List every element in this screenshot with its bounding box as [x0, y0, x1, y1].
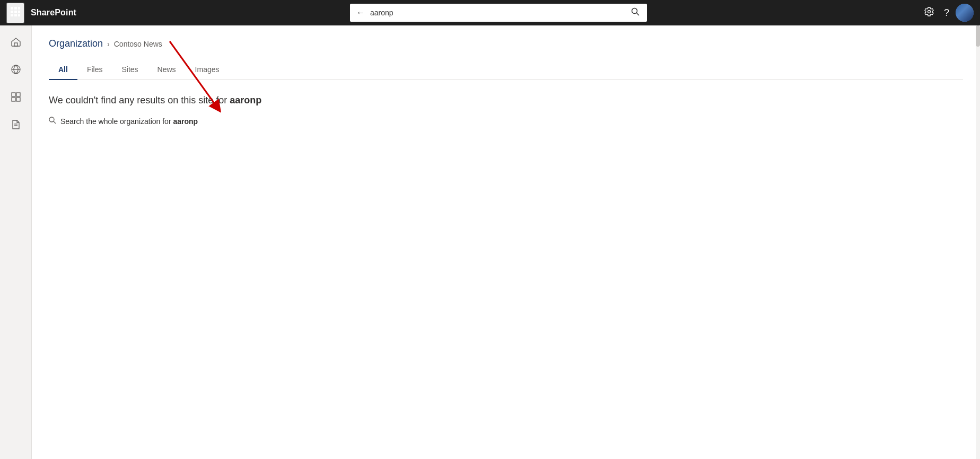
settings-button[interactable]	[921, 3, 938, 23]
svg-rect-17	[16, 98, 20, 101]
no-results-query: aaronp	[230, 95, 261, 105]
svg-rect-6	[11, 14, 13, 16]
help-button[interactable]: ?	[941, 4, 952, 22]
search-back-button[interactable]: ←	[354, 7, 367, 19]
svg-point-9	[632, 8, 637, 14]
svg-rect-8	[18, 14, 20, 16]
search-org-query: aaronp	[173, 117, 198, 126]
scrollbar-thumb[interactable]	[976, 25, 980, 47]
sidebar-item-pages[interactable]	[3, 112, 29, 138]
scrollbar-track	[976, 25, 980, 459]
svg-line-10	[637, 13, 640, 16]
tab-files[interactable]: Files	[77, 60, 112, 80]
search-box-container: ←	[83, 4, 914, 22]
svg-rect-14	[12, 93, 15, 96]
avatar-image	[956, 4, 974, 22]
svg-rect-0	[11, 7, 13, 10]
search-org-icon	[49, 117, 56, 126]
search-org-link[interactable]: Search the whole organization for aaronp	[49, 117, 963, 126]
home-icon	[11, 37, 21, 49]
waffle-menu-button[interactable]	[6, 3, 24, 23]
tab-images[interactable]: Images	[186, 60, 229, 80]
search-box: ←	[350, 4, 647, 22]
svg-rect-11	[14, 43, 18, 46]
sidebar	[0, 25, 32, 459]
svg-rect-2	[18, 7, 20, 10]
no-results-message: We couldn't find any results on this sit…	[49, 95, 963, 106]
search-submit-button[interactable]	[628, 5, 643, 20]
svg-rect-7	[14, 14, 17, 16]
svg-rect-3	[11, 11, 13, 13]
svg-rect-1	[14, 7, 17, 10]
search-input[interactable]	[370, 8, 625, 17]
globe-icon	[11, 64, 21, 76]
topbar-right: ?	[921, 3, 974, 23]
sidebar-item-feed[interactable]	[3, 85, 29, 110]
breadcrumb: Organization › Contoso News	[49, 38, 963, 49]
tabs: All Files Sites News Images	[49, 60, 963, 80]
tab-all[interactable]: All	[49, 60, 77, 80]
breadcrumb-current: Contoso News	[114, 40, 162, 48]
sidebar-item-home[interactable]	[3, 30, 29, 55]
breadcrumb-chevron: ›	[107, 40, 110, 48]
svg-rect-4	[14, 11, 17, 13]
avatar[interactable]	[956, 4, 974, 22]
tab-news[interactable]: News	[148, 60, 186, 80]
breadcrumb-org[interactable]: Organization	[49, 38, 103, 49]
svg-point-22	[49, 117, 54, 122]
feed-icon	[11, 92, 21, 104]
svg-rect-16	[12, 98, 15, 101]
search-org-text: Search the whole organization for aaronp	[60, 117, 198, 126]
pages-icon	[11, 119, 21, 131]
sidebar-item-sites[interactable]	[3, 57, 29, 83]
svg-line-23	[54, 121, 56, 123]
main-content: Organization › Contoso News All Files Si…	[32, 25, 980, 459]
svg-rect-5	[18, 11, 20, 13]
svg-rect-15	[16, 93, 20, 96]
tab-sites[interactable]: Sites	[112, 60, 147, 80]
topbar: SharePoint ← ?	[0, 0, 980, 25]
app-name: SharePoint	[31, 8, 76, 17]
